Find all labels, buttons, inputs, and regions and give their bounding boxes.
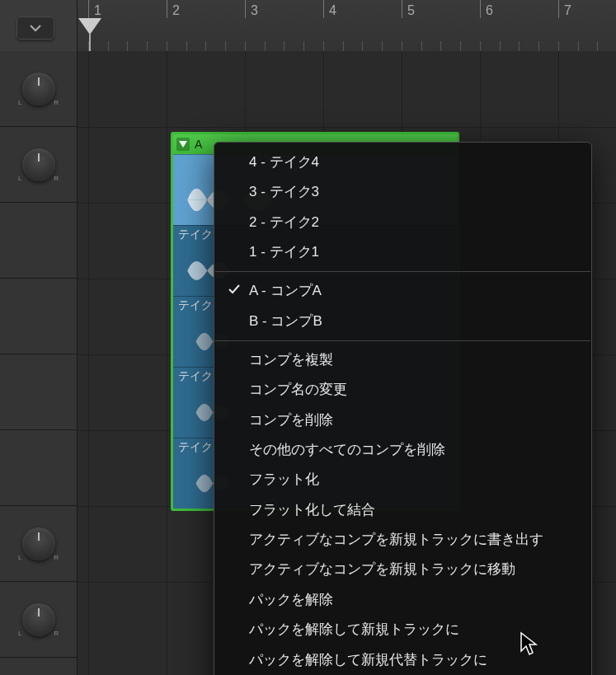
menu-item-label: 1 - テイク1 <box>249 244 319 260</box>
menu-item-label: パックを解除 <box>249 592 333 607</box>
track-header[interactable] <box>0 203 77 279</box>
pan-label-l: L <box>18 554 21 561</box>
menu-item-delete-comp[interactable]: コンプを削除 <box>214 405 591 435</box>
pan-label-r: R <box>54 554 59 561</box>
ruler-label: 3 <box>251 3 258 18</box>
track-headers-column: LR LR LR LR <box>0 51 78 675</box>
menu-item-export-active-comp[interactable]: アクティブなコンプを新規トラックに書き出す <box>214 525 591 555</box>
triangle-down-icon <box>179 141 187 148</box>
pan-label-l: L <box>18 175 21 182</box>
menu-item-take-2[interactable]: 2 - テイク2 <box>214 208 591 237</box>
ruler-label: 2 <box>172 3 180 18</box>
menu-item-label: 4 - テイク4 <box>249 154 319 170</box>
menu-item-label: コンプを複製 <box>249 352 333 368</box>
menu-item-unpack[interactable]: パックを解除 <box>214 585 591 615</box>
pan-label-l: L <box>18 630 21 637</box>
take-lane-label: テイク <box>178 440 213 455</box>
pan-label-r: R <box>54 175 59 182</box>
take-folder-label: A <box>195 138 202 151</box>
menu-item-unpack-new-alt-tracks[interactable]: パックを解除して新規代替トラックに <box>214 645 591 675</box>
playhead-cap-icon <box>78 18 101 35</box>
ruler-corner <box>0 0 78 51</box>
menu-item-label: その他のすべてのコンプを削除 <box>249 442 445 457</box>
menu-item-flatten-merge[interactable]: フラット化して結合 <box>214 495 591 525</box>
menu-separator <box>215 340 590 341</box>
menu-item-label: パックを解除して新規代替トラックに <box>249 652 487 668</box>
ruler-strip[interactable]: 1 2 3 4 5 6 7 <box>78 0 616 51</box>
ruler-label: 1 <box>94 3 101 18</box>
take-lane-label: テイク <box>178 298 213 313</box>
menu-item-delete-other-comps[interactable]: その他のすべてのコンプを削除 <box>214 435 591 465</box>
menu-item-rename-comp[interactable]: コンプ名の変更 <box>214 375 591 405</box>
track-header[interactable]: LR <box>0 127 77 203</box>
ruler-label: 4 <box>329 3 336 18</box>
menu-item-take-1[interactable]: 1 - テイク1 <box>214 237 591 267</box>
pan-label-r: R <box>54 630 59 637</box>
track-header[interactable]: LR <box>0 506 77 582</box>
menu-item-label: 3 - テイク3 <box>249 184 319 199</box>
menu-item-duplicate-comp[interactable]: コンプを複製 <box>214 345 591 375</box>
menu-item-label: アクティブなコンプを新規トラックに移動 <box>249 561 515 577</box>
menu-item-label: A - コンプA <box>249 283 322 298</box>
menu-item-comp-a[interactable]: A - コンプA <box>214 276 591 306</box>
timeline-ruler[interactable]: 1 2 3 4 5 6 7 <box>0 0 616 51</box>
ruler-label: 6 <box>486 3 493 18</box>
check-icon <box>228 281 241 294</box>
ruler-label: 7 <box>564 3 571 18</box>
track-header[interactable] <box>0 354 77 430</box>
menu-item-label: B - コンプB <box>249 313 322 329</box>
menu-item-label: コンプ名の変更 <box>249 382 347 397</box>
menu-item-label: コンプを削除 <box>249 412 333 428</box>
take-lane-label: テイク <box>178 227 213 242</box>
menu-item-take-4[interactable]: 4 - テイク4 <box>214 148 591 177</box>
take-folder-context-menu: 4 - テイク4 3 - テイク3 2 - テイク2 1 - テイク1 A - … <box>214 142 592 675</box>
ruler-menu-button[interactable] <box>16 16 54 40</box>
menu-item-take-3[interactable]: 3 - テイク3 <box>214 177 591 207</box>
pan-label-r: R <box>54 99 59 106</box>
chevron-down-icon <box>30 24 41 32</box>
take-folder-disclosure[interactable] <box>176 138 190 151</box>
menu-item-label: アクティブなコンプを新規トラックに書き出す <box>249 532 543 547</box>
track-header[interactable]: LR <box>0 582 77 658</box>
pan-label-l: L <box>18 99 21 106</box>
menu-item-label: 2 - テイク2 <box>249 214 319 230</box>
menu-item-label: パックを解除して新規トラックに <box>249 621 459 637</box>
menu-item-unpack-new-tracks[interactable]: パックを解除して新規トラックに <box>214 615 591 645</box>
menu-item-label: フラット化して結合 <box>249 502 375 518</box>
menu-item-comp-b[interactable]: B - コンプB <box>214 307 591 336</box>
menu-item-move-active-comp[interactable]: アクティブなコンプを新規トラックに移動 <box>214 555 591 584</box>
menu-item-flatten[interactable]: フラット化 <box>214 465 591 495</box>
take-lane-label: テイク <box>178 369 213 384</box>
track-header[interactable]: LR <box>0 51 77 127</box>
track-header[interactable] <box>0 430 77 506</box>
track-header[interactable] <box>0 279 77 354</box>
menu-separator <box>215 271 590 272</box>
menu-item-label: フラット化 <box>249 471 319 487</box>
ruler-label: 5 <box>407 3 415 18</box>
